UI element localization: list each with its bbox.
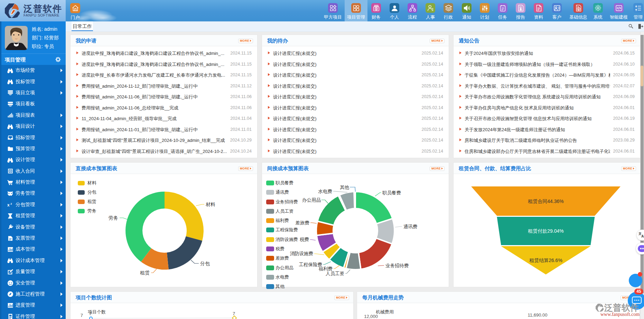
svg-text:通讯费: 通讯费 bbox=[403, 224, 418, 229]
svg-text:业务招待费: 业务招待费 bbox=[385, 263, 409, 268]
svg-text:2: 2 bbox=[10, 202, 12, 205]
svg-text:7: 7 bbox=[233, 311, 235, 316]
svg-text:税费: 税费 bbox=[300, 237, 309, 242]
svg-text:7: 7 bbox=[81, 313, 83, 318]
svg-text:租赁合同44.36%: 租赁合同44.36% bbox=[528, 199, 563, 204]
svg-text:租赁付款29.04%: 租赁付款29.04% bbox=[528, 228, 563, 234]
svg-text:办公用品: 办公用品 bbox=[302, 197, 321, 203]
svg-text:租赁结算26.6%: 租赁结算26.6% bbox=[529, 258, 562, 263]
svg-text:人员工资: 人员工资 bbox=[326, 271, 344, 276]
svg-text:租赁: 租赁 bbox=[140, 270, 150, 276]
svg-text:工程保险费: 工程保险费 bbox=[299, 262, 323, 267]
svg-text:劳务: 劳务 bbox=[109, 215, 118, 221]
svg-text:7: 7 bbox=[89, 311, 92, 316]
svg-text:水电费: 水电费 bbox=[318, 189, 333, 194]
svg-text:其他: 其他 bbox=[340, 185, 349, 190]
svg-text:材料: 材料 bbox=[206, 202, 215, 207]
svg-text:11,690.00: 11,690.00 bbox=[528, 312, 548, 318]
svg-text:职员餐费: 职员餐费 bbox=[382, 190, 401, 195]
svg-text:12,000: 12,000 bbox=[364, 314, 378, 319]
svg-text:A: A bbox=[641, 234, 644, 238]
svg-text:x: x bbox=[7, 203, 10, 207]
svg-text:分包: 分包 bbox=[200, 261, 210, 266]
